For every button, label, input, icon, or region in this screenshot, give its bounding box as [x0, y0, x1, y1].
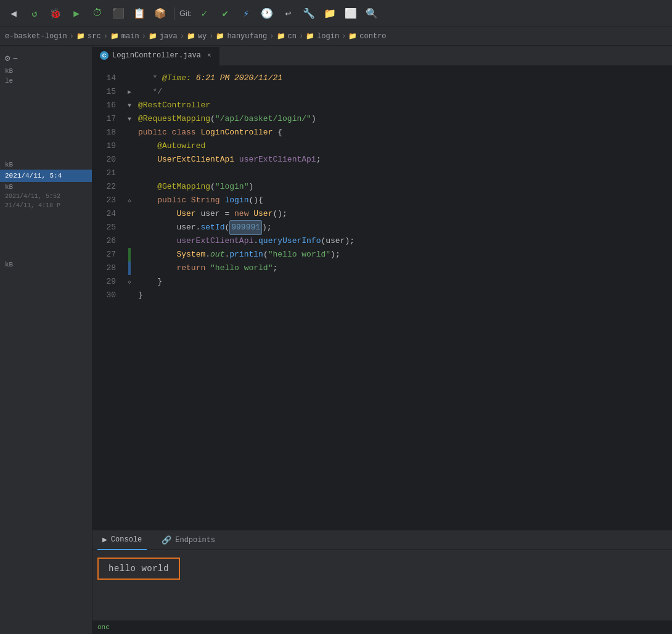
sidebar-minus-icon[interactable]: −	[12, 54, 17, 64]
sidebar-entry-4: kB	[0, 260, 92, 270]
line-num-18: 18	[92, 126, 116, 139]
breadcrumb-hanyufang-label: hanyufang	[227, 32, 267, 41]
breadcrumb-main[interactable]: 📁 main	[110, 32, 139, 41]
sidebar-date-item-2: 2021/4/11, 5:52	[0, 192, 92, 201]
code-public-23: public	[157, 194, 191, 207]
code-comment-15: */	[138, 85, 162, 99]
line-num-14: 14	[92, 72, 116, 85]
code-gutter: ▶ ▼ ▼ ◇	[123, 67, 136, 529]
line-num-23: 23	[92, 194, 116, 207]
code-comment-14: *	[138, 72, 162, 85]
sidebar-size-1: kB	[5, 67, 13, 75]
search-icon[interactable]: 🔍	[363, 5, 380, 22]
code-indent-28	[138, 261, 176, 275]
code-indent-22	[138, 180, 157, 194]
breadcrumb-hanyufang[interactable]: 📁 hanyufang	[216, 32, 267, 41]
code-new-24: new	[234, 207, 253, 221]
code-line-28: return "hello world";	[136, 261, 672, 275]
panel-tab-console[interactable]: ▶ Console	[97, 530, 147, 550]
code-public-18: public	[138, 126, 172, 139]
code-line-18: public class LoginController {	[136, 126, 672, 139]
code-content[interactable]: * @Time: 6:21 PM 2020/11/21 */ @RestCont…	[136, 67, 672, 529]
code-paren-17: (	[210, 112, 215, 126]
breadcrumb-java-label: java	[160, 32, 178, 41]
git-commit-icon[interactable]: ✔	[216, 5, 234, 22]
code-dot-27: .	[205, 248, 210, 261]
folder-icon-main: 📁	[110, 32, 119, 40]
gutter-16: ▼	[123, 99, 136, 112]
console-tab-label: Console	[111, 535, 142, 544]
code-time-value: 6:21 PM 2020/11/21	[191, 72, 282, 85]
git-history-icon[interactable]: 🕐	[258, 5, 276, 22]
breadcrumb-src-label: src	[88, 32, 101, 41]
code-indent-20	[138, 153, 157, 167]
code-line-20: UserExtClientApi userExtClientApi;	[136, 153, 672, 167]
folder-icon-java: 📁	[149, 32, 157, 40]
code-rest-26: (user);	[321, 234, 354, 248]
breadcrumb-contro-label: contro	[359, 32, 386, 41]
sidebar-date-1: 2021/4/11, 5:4	[5, 172, 62, 179]
settings-icon[interactable]: 🔧	[300, 5, 318, 22]
code-brace-29: }	[138, 275, 162, 289]
toolbar-back-icon[interactable]: ◀	[5, 5, 22, 22]
gutter-30	[123, 289, 136, 302]
endpoints-tab-label: Endpoints	[175, 536, 215, 545]
gutter-17: ▼	[123, 112, 136, 126]
code-indent-25: user.	[138, 221, 200, 234]
toolbar-coverage-icon[interactable]: ⏱	[89, 5, 106, 22]
breadcrumb-login[interactable]: 📁 login	[306, 32, 339, 41]
code-paren-25: (	[224, 221, 229, 234]
sidebar-active-item[interactable]: 2021/4/11, 5:4	[0, 170, 92, 182]
breadcrumb-project[interactable]: e-basket-login	[5, 32, 67, 41]
panel-content: hello world	[92, 550, 672, 620]
gutter-diamond-29: ◇	[128, 279, 131, 286]
code-var-24: user =	[200, 207, 234, 221]
line-num-25: 25	[92, 221, 116, 234]
breadcrumb-sep-2: ›	[142, 32, 146, 41]
code-line-23: public String login(){	[136, 194, 672, 207]
toolbar-refresh-icon[interactable]: ↺	[26, 5, 43, 22]
gutter-14	[123, 72, 136, 85]
gutter-29: ◇	[123, 275, 136, 289]
panel-tab-endpoints[interactable]: 🔗 Endpoints	[157, 530, 220, 550]
sidebar-gear-icon[interactable]: ⚙	[5, 53, 10, 64]
gutter-15: ▶	[123, 85, 136, 99]
window-icon[interactable]: ⬜	[342, 5, 359, 22]
breadcrumb-contro[interactable]: 📁 contro	[348, 32, 386, 41]
code-method-27: println	[229, 248, 263, 261]
sidebar-entry-3: kB	[0, 182, 92, 192]
gutter-arrow-17: ▼	[128, 116, 131, 123]
line-numbers: 14 15 16 17 18 19 20 21 22 23 24 25 26 2…	[92, 67, 123, 529]
toolbar-run-icon[interactable]: ▶	[68, 5, 85, 22]
line-num-29: 29	[92, 275, 116, 289]
toolbar-debug-icon[interactable]: 🐞	[47, 5, 64, 22]
breadcrumb-src[interactable]: 📁 src	[76, 32, 101, 41]
line-num-16: 16	[92, 99, 116, 112]
code-var-20: userExtClientApi	[239, 153, 316, 167]
code-type-24: User	[176, 207, 200, 221]
tab-login-controller[interactable]: C LoginController.java ×	[92, 47, 219, 65]
folder-icon-src: 📁	[76, 32, 85, 40]
code-type2-24: User	[253, 207, 272, 221]
main-area: ⚙ − kB le kB 2021/4/11, 5:4 kB 2021/4/11…	[0, 46, 672, 634]
sidebar-entry-2: kB	[0, 160, 92, 170]
toolbar-build-icon[interactable]: 📋	[131, 5, 148, 22]
code-editor[interactable]: 14 15 16 17 18 19 20 21 22 23 24 25 26 2…	[92, 67, 672, 529]
toolbar-stop-icon[interactable]: ⬛	[110, 5, 127, 22]
hello-world-output: hello world	[97, 558, 180, 580]
toolbar-package-icon[interactable]: 📦	[152, 5, 169, 22]
breadcrumb-java[interactable]: 📁 java	[149, 32, 178, 41]
tab-filename: LoginController.java	[112, 51, 201, 60]
code-line-14: * @Time: 6:21 PM 2020/11/21	[136, 72, 672, 85]
gutter-21	[123, 167, 136, 180]
git-check-icon[interactable]: ✓	[195, 5, 213, 22]
git-revert-icon[interactable]: ↩	[279, 5, 297, 22]
git-branch-icon[interactable]: ⚡	[237, 5, 255, 22]
code-parens-23: (){	[248, 194, 263, 207]
breadcrumb-wy[interactable]: 📁 wy	[187, 32, 207, 41]
code-method-26: queryUserInfo	[258, 234, 321, 248]
breadcrumb-cn[interactable]: 📁 cn	[277, 32, 297, 41]
line-num-21: 21	[92, 167, 116, 180]
tab-close-button[interactable]: ×	[207, 52, 211, 59]
file-manager-icon[interactable]: 📁	[321, 5, 338, 22]
